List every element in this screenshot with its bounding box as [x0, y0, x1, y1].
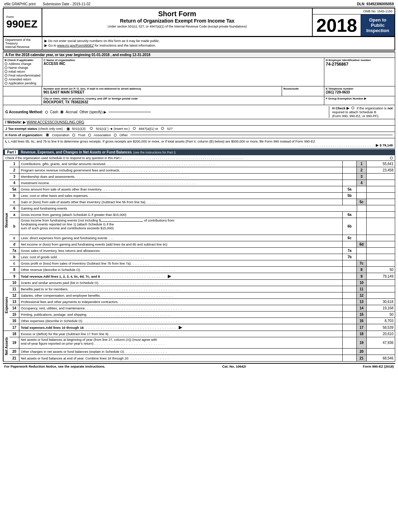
- row-desc: Gross profit or (loss) from sales of inv…: [19, 260, 343, 266]
- row-num: 21: [10, 355, 19, 361]
- h-text3: (Form 990, 990-EZ, or 990-PF).: [332, 114, 393, 118]
- open-public-label: Open to Public Inspection: [361, 14, 394, 36]
- l-amount: ▶ $ 79,149: [376, 143, 393, 147]
- row-num: 17: [10, 324, 19, 331]
- part-i-badge: Part I: [5, 150, 18, 155]
- 4947-radio[interactable]: [133, 127, 136, 130]
- name-change-radio[interactable]: [5, 66, 7, 69]
- row-num: 3: [10, 174, 19, 180]
- name-change-option: Name change: [5, 66, 41, 69]
- table-row: 7a Gross sales of inventory, less return…: [10, 248, 395, 254]
- assoc-radio[interactable]: [88, 134, 91, 137]
- row-desc: Other expenses (describe in Schedule O) …: [19, 318, 343, 324]
- table-row: 21 Net assets or fund balances at end of…: [10, 355, 395, 361]
- corp-radio[interactable]: [46, 133, 49, 137]
- table-row: 4 Investment income . . . . . . . . . . …: [10, 180, 395, 186]
- table-row: 6 Gaming and fundraising events: [10, 205, 395, 212]
- section-c-block: C Name of organization ACCESS INC: [42, 58, 324, 86]
- table-row: 20 Other changes in net assets or fund b…: [10, 349, 395, 355]
- row-num: 19: [10, 337, 19, 348]
- amended-return-radio[interactable]: [5, 78, 7, 81]
- ein-label: D Employer identification number: [326, 59, 393, 62]
- row-amount: [367, 235, 395, 241]
- website-label: I Website: ▶: [5, 120, 26, 124]
- other-label: Other (specify) ▶: [80, 110, 106, 114]
- section-b-label: B Check if applicable:: [5, 59, 41, 62]
- form-id-block: Form 990EZ: [4, 8, 42, 36]
- row-desc: Occupancy, rent, utilities, and maintena…: [19, 305, 343, 311]
- expenses-group: Expenses 10 Grants and similar amounts p…: [3, 280, 395, 331]
- row-num: 1: [10, 161, 19, 167]
- net-assets-rows: 18 Excess or (deficit) for the year (Sub…: [10, 331, 395, 361]
- row-ref: 7a: [343, 248, 357, 254]
- h-label: H Check ▶: [332, 106, 349, 110]
- other-value-k: [130, 135, 393, 135]
- row-num: 2: [10, 167, 19, 173]
- row-desc: Other revenue (describe in Schedule O) .…: [19, 267, 343, 273]
- 527-radio[interactable]: [161, 127, 164, 130]
- table-row: c Less: direct expenses from gaming and …: [10, 235, 395, 241]
- top-bar-left: efile GRAPHIC print Submission Date - 20…: [4, 2, 91, 6]
- table-row: 14 Occupancy, rent, utilities, and maint…: [10, 305, 395, 312]
- 501c3-radio[interactable]: [67, 127, 70, 131]
- row-desc: Grants and similar amounts paid (list in…: [19, 280, 343, 286]
- table-row: c Gross profit or (loss) from sales of i…: [10, 260, 395, 267]
- row-num: 15: [10, 312, 19, 318]
- g-left: G Accounting Method: Cash Accrual Other …: [5, 110, 326, 114]
- city-block: City or town, state or province, country…: [42, 96, 324, 105]
- row-num: 20: [10, 349, 19, 355]
- 501c-radio[interactable]: [90, 127, 93, 130]
- h-text1: if the organization is not: [357, 106, 393, 110]
- row-num: b: [10, 218, 19, 235]
- initial-return-radio[interactable]: [5, 70, 7, 73]
- final-return-radio[interactable]: [5, 74, 7, 77]
- public-instructions: ▶ Do not enter social security numbers o…: [42, 37, 394, 50]
- amended-return-label: Amended return: [8, 78, 31, 81]
- check-note-radio[interactable]: [390, 157, 393, 159]
- h-text2: required to attach Schedule B: [332, 110, 393, 114]
- h-radio[interactable]: [351, 107, 354, 109]
- row-ref: [343, 355, 357, 361]
- cash-radio[interactable]: [45, 111, 48, 114]
- row-ref: 6c: [343, 235, 357, 241]
- address-change-radio[interactable]: [5, 62, 7, 65]
- row-num: b: [10, 254, 19, 260]
- row-ref: [343, 331, 357, 337]
- g-row: G Accounting Method: Cash Accrual Other …: [3, 105, 395, 119]
- table-row: b Gross income from fundraising events (…: [10, 218, 395, 235]
- net-assets-group: Net Assets 18 Excess or (deficit) for th…: [3, 331, 395, 361]
- submission-date: Submission Date - 2019-11-02: [43, 2, 91, 6]
- row-amount: 8,703: [367, 318, 395, 324]
- app-pending-radio[interactable]: [5, 82, 7, 85]
- part-i-header: Part I Revenue, Expenses, and Changes in…: [3, 149, 395, 155]
- row-ref: [343, 337, 357, 348]
- dept-info: Department of the Treasury Internal Reve…: [4, 37, 42, 50]
- accrual-radio[interactable]: [60, 110, 63, 114]
- phone-label: E Telephone number: [326, 87, 393, 90]
- row-num: 9: [10, 273, 19, 279]
- street-label: Number and street (or P. O. box, if mail…: [43, 87, 280, 90]
- final-return-option: Final return/terminated: [5, 74, 41, 77]
- row-num: 13: [10, 299, 19, 305]
- section-a-bar: A For the 2018 calendar year, or tax yea…: [3, 52, 395, 58]
- footer-left: For Paperwork Reduction Notice, see the …: [4, 364, 105, 368]
- irs-link[interactable]: www.irs.gov/Form990EZ: [57, 43, 94, 47]
- row-linenum: [357, 254, 367, 260]
- row-desc: Less: cost or other basis and sales expe…: [19, 193, 343, 199]
- trust-radio[interactable]: [72, 134, 75, 137]
- accrual-label: Accrual: [66, 110, 77, 114]
- row-num: 4: [10, 180, 19, 186]
- row-amount: [367, 180, 395, 186]
- part-i-title: Revenue, Expenses, and Changes in Net As…: [21, 150, 132, 154]
- row-ref: [343, 312, 357, 318]
- city-label: City or town, state or province, country…: [43, 97, 323, 100]
- row-num: 7a: [10, 248, 19, 254]
- section-b-block: B Check if applicable: Address change Na…: [3, 58, 42, 86]
- l-label: L: [5, 139, 7, 143]
- row-linenum: 3: [357, 174, 367, 180]
- form-title1: Short Form: [44, 10, 311, 18]
- other-radio[interactable]: [114, 134, 117, 137]
- row-amount: [367, 241, 395, 247]
- table-row: 16 Other expenses (describe in Schedule …: [10, 318, 395, 324]
- row-ref: [343, 286, 357, 292]
